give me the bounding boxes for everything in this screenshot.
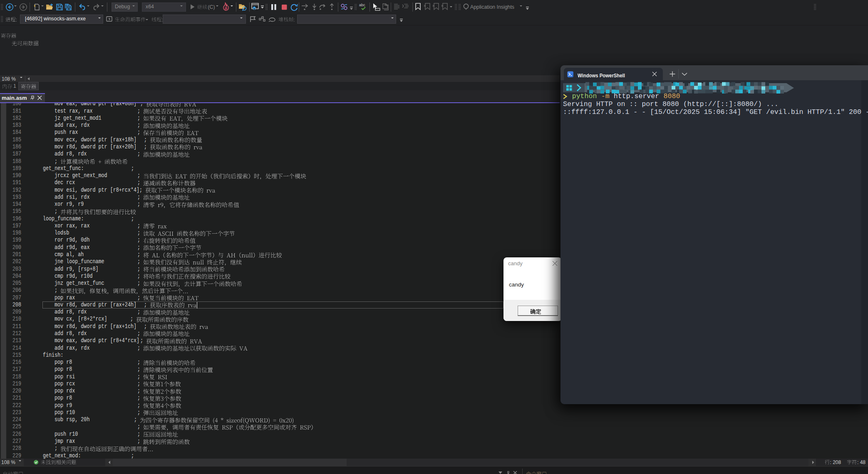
svg-text:abc: abc bbox=[359, 3, 365, 7]
